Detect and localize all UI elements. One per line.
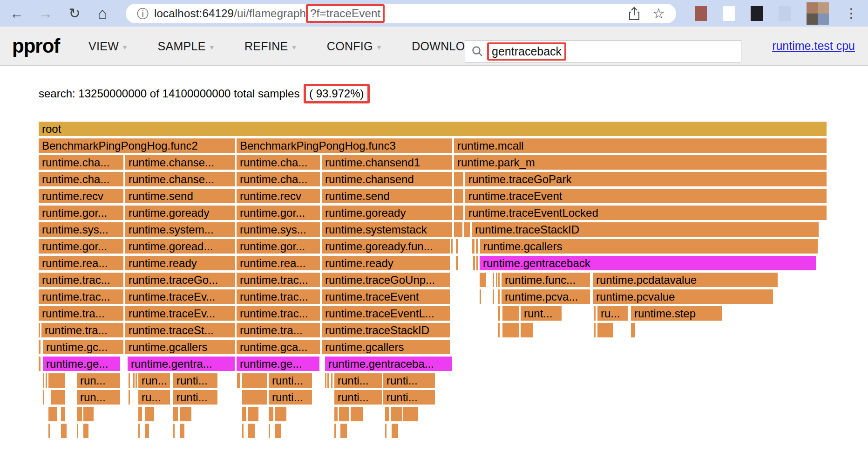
flame-box-runtime.trac[interactable]: runtime.trac... [39, 289, 123, 304]
flame-box[interactable] [242, 390, 267, 405]
flame-box[interactable] [456, 239, 458, 254]
flame-box[interactable] [237, 373, 240, 388]
back-icon[interactable]: ← [7, 0, 27, 27]
flame-box[interactable] [351, 407, 363, 421]
flame-box[interactable] [451, 239, 453, 254]
flame-box-runtime.goready[interactable]: runtime.goready [322, 206, 452, 220]
home-icon[interactable]: ⌂ [92, 0, 113, 27]
flame-box[interactable] [173, 407, 178, 421]
flame-box-runtime.pcva[interactable]: runtime.pcva... [502, 289, 590, 304]
flame-box-runtime.traceSt[interactable]: runtime.traceSt... [125, 323, 235, 337]
flame-box[interactable] [631, 323, 635, 337]
flame-box[interactable] [129, 373, 130, 388]
flame-box[interactable] [456, 256, 458, 270]
menu-view[interactable]: VIEW▾ [88, 40, 127, 53]
flame-box[interactable] [39, 323, 40, 337]
flame-box[interactable] [464, 222, 470, 237]
flame-box-runtime.gor[interactable]: runtime.gor... [39, 206, 123, 220]
flame-box-runtime.pcvalue[interactable]: runtime.pcvalue [593, 289, 773, 304]
flame-box-runtime.traceEvent[interactable]: runtime.traceEvent [465, 189, 827, 203]
flame-box-runtime.rea[interactable]: runtime.rea... [39, 256, 123, 270]
flame-box-runtime.mcall[interactable]: runtime.mcall [454, 138, 827, 153]
flame-box-runti[interactable]: runti... [383, 390, 435, 405]
flame-box[interactable] [476, 239, 478, 254]
flame-box-runtime.traceEventLocked[interactable]: runtime.traceEventLocked [465, 206, 827, 220]
flame-box[interactable] [48, 373, 65, 388]
flame-box[interactable] [269, 407, 273, 421]
flame-box-runtime.goread[interactable]: runtime.goread... [125, 239, 235, 254]
flame-box-runtime.traceEventL[interactable]: runtime.traceEventL... [322, 306, 450, 321]
flame-box[interactable] [476, 256, 478, 270]
flame-box-runtime.chanse[interactable]: runtime.chanse... [125, 172, 235, 186]
reload-icon[interactable]: ↻ [64, 0, 85, 27]
flame-box[interactable] [340, 424, 347, 438]
flame-box-runtime.goready.fun[interactable]: runtime.goready.fun... [322, 239, 450, 254]
flame-box[interactable] [498, 323, 500, 337]
flame-box[interactable] [454, 206, 463, 220]
url-text[interactable]: localhost:64129/ui/flamegraph?f=traceEve… [154, 5, 385, 22]
flame-box[interactable] [472, 239, 475, 254]
extension-icon[interactable] [751, 6, 763, 21]
flame-box-runtime.systemstack[interactable]: runtime.systemstack [322, 222, 452, 237]
menu-refine[interactable]: REFINE▾ [244, 40, 296, 53]
search-input[interactable]: gentraceback [465, 40, 741, 62]
flame-box[interactable] [133, 373, 135, 388]
flame-box-run[interactable]: run... [77, 373, 120, 388]
flame-box[interactable] [83, 424, 88, 438]
flame-box[interactable] [473, 256, 475, 270]
flame-box[interactable] [498, 273, 500, 287]
browser-menu-icon[interactable]: ⋮ [845, 6, 858, 21]
flame-box[interactable] [334, 424, 336, 438]
flame-box[interactable] [46, 373, 47, 388]
flame-box-runtime.gor[interactable]: runtime.gor... [39, 239, 123, 254]
flame-box-runtime.goready[interactable]: runtime.goready [125, 206, 235, 220]
flame-box[interactable] [498, 306, 500, 321]
flame-box[interactable] [173, 424, 175, 438]
flame-box-run[interactable]: run... [138, 373, 170, 388]
flame-box[interactable] [39, 357, 41, 371]
flame-box[interactable] [129, 390, 130, 405]
flame-box-runtime.gor[interactable]: runtime.gor... [237, 239, 320, 254]
flame-box[interactable] [493, 289, 494, 304]
flame-box-runtime.send[interactable]: runtime.send [125, 189, 235, 203]
flame-box-runtime.ge[interactable]: runtime.ge... [43, 357, 120, 371]
flame-box-runtime.rea[interactable]: runtime.rea... [237, 256, 320, 270]
flame-box-runtime.trac[interactable]: runtime.trac... [39, 273, 123, 287]
flame-box[interactable] [138, 407, 142, 421]
site-info-icon[interactable]: ⓘ [137, 6, 149, 21]
profile-link[interactable]: runtime.test cpu [772, 39, 855, 53]
flame-box[interactable] [331, 373, 332, 388]
flame-box-runtime.chanse[interactable]: runtime.chanse... [125, 155, 235, 170]
flame-box[interactable] [597, 323, 613, 337]
flame-box-runtime.traceStackID[interactable]: runtime.traceStackID [322, 323, 450, 337]
flame-box-runtime.traceEvent[interactable]: runtime.traceEvent [322, 289, 450, 304]
flame-box-runtime.gcallers[interactable]: runtime.gcallers [125, 340, 235, 354]
flame-box-runtime.gcallers[interactable]: runtime.gcallers [480, 239, 818, 254]
flame-box[interactable] [242, 424, 244, 438]
flame-box[interactable] [454, 172, 463, 186]
flame-box-ru[interactable]: ru... [138, 390, 170, 405]
flame-box[interactable] [138, 424, 140, 438]
share-icon[interactable] [628, 7, 640, 21]
flame-box[interactable] [334, 407, 338, 421]
flame-box-runtime.ge[interactable]: runtime.ge... [237, 357, 319, 371]
flame-box[interactable] [327, 373, 329, 388]
flame-box[interactable] [493, 273, 494, 287]
flame-box[interactable] [480, 273, 486, 287]
flame-box-runti[interactable]: runti... [173, 373, 217, 388]
flame-box-runtime.gc[interactable]: runtime.gc... [43, 340, 123, 354]
flame-box-runti[interactable]: runti... [383, 373, 435, 388]
flame-box[interactable] [391, 407, 402, 421]
flame-box-runtime.step[interactable]: runtime.step [631, 306, 722, 321]
flame-box[interactable] [145, 407, 154, 421]
flame-box-runtime.trac[interactable]: runtime.trac... [237, 273, 320, 287]
flame-box[interactable] [77, 407, 82, 421]
flame-box[interactable] [145, 424, 149, 438]
flame-box-runti[interactable]: runti... [269, 390, 312, 405]
flame-box[interactable] [480, 289, 481, 304]
menu-config[interactable]: CONFIG▾ [327, 40, 381, 53]
flame-box[interactable] [248, 407, 258, 421]
flame-box[interactable] [39, 340, 41, 354]
flame-box-runtime.chansend1[interactable]: runtime.chansend1 [322, 155, 452, 170]
flame-box-runti[interactable]: runti... [334, 390, 382, 405]
